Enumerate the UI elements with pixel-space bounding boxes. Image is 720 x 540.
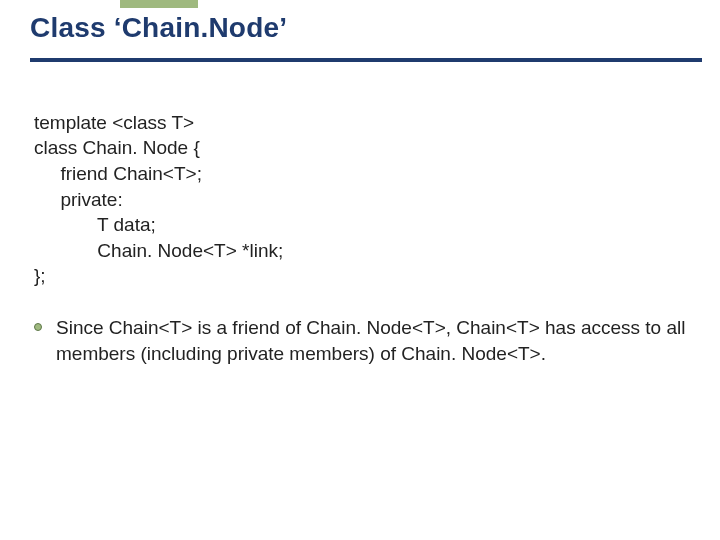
code-line: template <class T>: [34, 112, 194, 133]
slide-header: Class ‘Chain.Node’: [0, 0, 720, 74]
code-line: class Chain. Node {: [34, 137, 200, 158]
bullet-text: Since Chain<T> is a friend of Chain. Nod…: [56, 315, 686, 366]
slide-title: Class ‘Chain.Node’: [30, 12, 720, 44]
code-line: T data;: [34, 214, 156, 235]
code-block: template <class T> class Chain. Node { f…: [34, 84, 686, 289]
title-underline: [30, 58, 702, 62]
code-line: Chain. Node<T> *link;: [34, 240, 283, 261]
bullet-icon: [34, 323, 42, 331]
code-line: friend Chain<T>;: [34, 163, 202, 184]
bullet-item: Since Chain<T> is a friend of Chain. Nod…: [34, 315, 686, 366]
code-line: private:: [34, 189, 123, 210]
slide-body: template <class T> class Chain. Node { f…: [0, 74, 720, 366]
accent-strip: [120, 0, 198, 8]
code-line: };: [34, 265, 46, 286]
